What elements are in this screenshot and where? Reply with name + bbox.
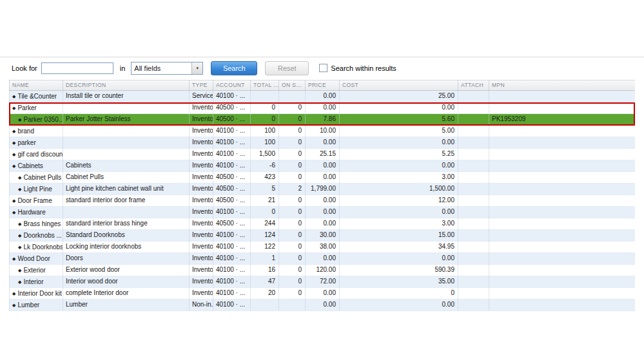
item-account-cell: 40100 · ... [213,91,250,102]
table-row[interactable]: ◆Interior Interior wood door Invento... … [9,276,635,288]
item-price-cell: 120.00 [305,265,339,276]
search-field-select[interactable]: All fields ▼ [131,62,203,75]
column-header-description[interactable]: DESCRIPTION [63,81,189,90]
table-row[interactable]: ◆Tile &Counter Install tile or counter S… [9,91,635,102]
item-total-quantity-cell: 100 [250,126,278,137]
item-type-cell: Invento... [189,149,213,160]
in-label: in [120,64,126,72]
diamond-icon: ◆ [12,300,15,310]
table-row[interactable]: ◆Wood Door Doors Invento... 40100 · ... … [9,253,635,265]
item-type-cell: Invento... [189,126,213,137]
item-attach-cell [458,114,489,125]
column-header-type[interactable]: TYPE [189,81,213,90]
item-mpn-cell [489,265,635,276]
item-type-cell: Invento... [189,172,213,183]
item-on-sales-order-cell: 2 [278,184,305,195]
table-row[interactable]: ◆Parker 0350... Parker Jotter Stainless … [9,114,635,126]
diamond-icon: ◆ [18,231,21,241]
item-cost-cell: 5.25 [339,149,458,160]
item-total-quantity-cell: 47 [250,276,278,287]
reset-button[interactable]: Reset [265,61,309,75]
item-mpn-cell [489,184,635,195]
search-within-results-checkbox[interactable] [319,64,327,72]
table-row[interactable]: ◆Lk Doorknobs Locking interior doorknobs… [9,242,635,253]
item-on-sales-order-cell: 0 [278,288,305,299]
table-row[interactable]: ◆Light Pine Light pine kitchen cabinet w… [9,184,635,195]
table-row[interactable]: ◆Parker Invento... 40500 · ... 0 0 0.00 … [9,102,635,114]
table-row[interactable]: ◆Hardware Invento... 40100 · ... 0 0 0.0… [9,207,635,218]
column-header-total[interactable]: TOTAL ... [250,81,278,90]
item-total-quantity-cell: 124 [250,230,278,241]
table-row[interactable]: ◆brand Invento... 40100 · ... 100 0 10.0… [9,126,635,137]
table-row[interactable]: ◆Cabinets Cabinets Invento... 40100 · ..… [9,160,635,172]
item-account-cell: 40100 · ... [213,230,250,241]
item-description-cell [63,102,189,113]
diamond-icon: ◆ [12,254,15,264]
item-description-cell: Lumber [63,300,189,310]
item-attach-cell [458,276,489,287]
table-row[interactable]: ◆parker Invento... 40100 · ... 100 0 0.0… [9,137,635,149]
item-name-cell: ◆Doorknobs ... [9,230,63,241]
item-total-quantity-cell: 423 [250,172,278,183]
item-cost-cell: 590.39 [339,265,458,276]
item-attach-cell [458,288,489,299]
table-header-row: NAMEDESCRIPTIONTYPEACCOUNTTOTAL ...ON S.… [9,80,635,91]
item-mpn-cell [489,149,635,160]
column-header-mpn[interactable]: MPN [489,81,635,90]
item-on-sales-order-cell: 0 [278,276,305,287]
item-on-sales-order-cell: 0 [278,114,305,125]
item-account-cell: 40500 · ... [213,195,250,206]
item-on-sales-order-cell [278,91,305,102]
look-for-input[interactable] [41,62,113,74]
item-results-table: NAMEDESCRIPTIONTYPEACCOUNTTOTAL ...ON S.… [9,80,635,311]
item-mpn-cell [489,172,635,183]
item-attach-cell [458,102,489,113]
column-header-price[interactable]: PRICE [305,81,339,90]
item-price-cell: 72.00 [305,276,339,287]
item-price-cell: 25.15 [305,149,339,160]
search-button[interactable]: Search [211,61,257,75]
item-description-cell: Interior wood door [63,276,189,287]
table-row[interactable]: ◆Brass hinges standard interior brass hi… [9,218,635,230]
table-row[interactable]: ◆gif card discount Invento... 40100 · ..… [9,149,635,160]
item-name-cell: ◆Parker [9,102,63,113]
column-header-attach[interactable]: ATTACH [458,81,489,90]
item-type-cell: Invento... [189,114,213,125]
item-total-quantity-cell [250,91,278,102]
item-attach-cell [458,300,489,310]
column-header-on_s[interactable]: ON S... [278,81,305,90]
item-attach-cell [458,218,489,229]
item-description-cell [63,126,189,137]
table-row[interactable]: ◆Doorknobs ... Standard Doorknobs Invent… [9,230,635,242]
item-type-cell: Invento... [189,184,213,195]
item-price-cell: 7.86 [305,114,339,125]
diamond-icon: ◆ [12,149,15,160]
table-row[interactable]: ◆Cabinet Pulls Cabinet Pulls Invento... … [9,172,635,184]
item-total-quantity-cell: 100 [250,137,278,148]
item-on-sales-order-cell [278,300,305,310]
item-price-cell: 10.00 [305,126,339,137]
item-name-cell: ◆Door Frame [9,195,63,206]
item-type-cell: Invento... [189,160,213,171]
table-row[interactable]: ◆Lumber Lumber Non-in... 40100 · ... 0.0… [9,300,635,311]
table-row[interactable]: ◆Door Frame standard interior door frame… [9,195,635,207]
item-account-cell: 40500 · ... [213,172,250,183]
table-row[interactable]: ◆Interior Door kit complete Interior doo… [9,288,635,300]
item-total-quantity-cell: 0 [250,114,278,125]
column-header-cost[interactable]: COST [339,81,458,90]
item-on-sales-order-cell: 0 [278,207,305,218]
item-mpn-cell [489,207,635,218]
item-cost-cell: 0.00 [339,300,458,310]
item-type-cell: Invento... [189,276,213,287]
column-header-account[interactable]: ACCOUNT [213,81,250,90]
item-total-quantity-cell: 244 [250,218,278,229]
item-name-cell: ◆Hardware [9,207,63,218]
item-on-sales-order-cell: 0 [278,160,305,171]
table-row[interactable]: ◆Exterior Exterior wood door Invento... … [9,265,635,276]
item-mpn-cell [489,126,635,137]
item-description-cell: Locking interior doorknobs [63,242,189,252]
item-description-cell: Parker Jotter Stainless [63,114,189,125]
column-header-name[interactable]: NAME [9,81,63,90]
diamond-icon: ◆ [18,265,21,276]
item-name-cell: ◆Parker 0350... [9,114,63,125]
